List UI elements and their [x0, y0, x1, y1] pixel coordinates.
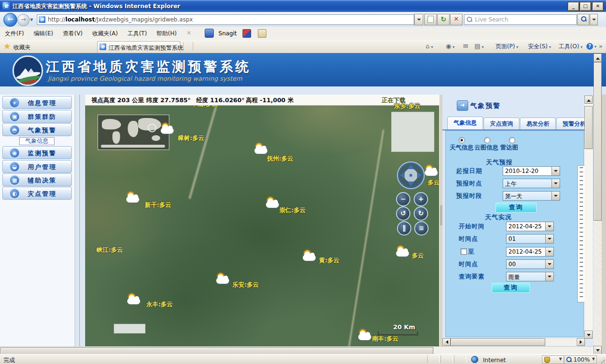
forecast-combo-2[interactable]: 第一天: [503, 191, 560, 201]
world-overview-inset[interactable]: [98, 115, 169, 150]
weather-marker-icon[interactable]: [127, 294, 142, 306]
sidebar-item-6[interactable]: ▦辅助决策: [2, 173, 72, 186]
search-go-button[interactable]: [577, 14, 589, 25]
forecast-query-button[interactable]: 查询: [496, 203, 537, 213]
dropdown-arrow-icon[interactable]: [545, 260, 553, 268]
actual-combo-2[interactable]: 2012-04-25: [506, 247, 554, 257]
actual-combo-4[interactable]: 雨量: [506, 272, 554, 281]
panel-vertical-scrollbar[interactable]: [584, 96, 593, 339]
rotate-left-button[interactable]: ↺: [396, 206, 410, 221]
scroll-right-button[interactable]: [577, 338, 585, 346]
home-button[interactable]: ⌂▾: [426, 43, 433, 50]
weather-marker-icon[interactable]: [266, 197, 280, 210]
sidebar-item-2[interactable]: ◓气象预警: [2, 123, 72, 136]
sidebar-item-5[interactable]: ◒用户管理: [2, 160, 72, 173]
scroll-thumb[interactable]: [0, 347, 433, 354]
refresh-button[interactable]: ↻: [437, 14, 450, 25]
weather-marker-icon[interactable]: [425, 165, 439, 178]
actual-combo-3[interactable]: 00: [506, 259, 554, 269]
pan-right-icon[interactable]: [417, 172, 422, 179]
dropdown-arrow-icon[interactable]: [545, 222, 553, 231]
zoom-control[interactable]: 100% ▼: [564, 355, 597, 364]
scroll-down-button[interactable]: [594, 346, 602, 354]
favorites-star-icon[interactable]: ★: [4, 42, 10, 51]
snagit-capture-icon[interactable]: [242, 29, 251, 38]
pan-down-icon[interactable]: [408, 182, 414, 186]
sidebar-item-4[interactable]: ◉监测预警: [2, 146, 72, 159]
sidebar-splitter[interactable]: [75, 95, 85, 346]
snagit-edit-icon[interactable]: [258, 29, 266, 38]
scroll-thumb[interactable]: [451, 338, 545, 346]
zoom-in-button[interactable]: +: [414, 192, 428, 206]
page-tab[interactable]: e 江西省地质灾害监测预警系统: [97, 41, 180, 53]
forecast-combo-1[interactable]: 上午: [503, 179, 560, 188]
menu-item-2[interactable]: 查看(V): [58, 27, 88, 38]
read-mail-button[interactable]: ✉: [463, 43, 468, 50]
protected-mode-button[interactable]: ▼: [542, 355, 564, 364]
feeds-button[interactable]: ◉▾: [446, 43, 454, 50]
page-horizontal-scrollbar[interactable]: [0, 346, 594, 354]
pan-left-icon[interactable]: [400, 172, 405, 179]
back-button[interactable]: ←: [3, 13, 17, 27]
rotate-right-button[interactable]: ↻: [414, 206, 428, 221]
address-dropdown-button[interactable]: [414, 14, 423, 25]
radio-1[interactable]: [484, 137, 490, 143]
title-bar[interactable]: e 江西省地质灾害监测预警系统 - Windows Internet Explo…: [0, 0, 606, 12]
dropdown-arrow-icon[interactable]: [551, 167, 560, 175]
page-menu-button[interactable]: 页面(P)▾: [496, 43, 518, 51]
print-button[interactable]: ▤▾: [474, 43, 484, 50]
pan-compass-control[interactable]: [397, 161, 425, 189]
snagit-label[interactable]: Snagit: [219, 30, 237, 37]
menu-item-0[interactable]: 文件(F): [0, 27, 29, 38]
tilt-up-button[interactable]: ∥: [397, 221, 411, 236]
menu-item-3[interactable]: 收藏夹(A): [88, 27, 123, 38]
to-date-checkbox[interactable]: [461, 248, 467, 255]
help-button[interactable]: ?▾: [586, 43, 596, 50]
scroll-left-button[interactable]: [442, 338, 451, 346]
weather-marker-icon[interactable]: [303, 250, 317, 263]
weather-marker-icon[interactable]: [126, 192, 141, 204]
weather-marker-icon[interactable]: [216, 273, 231, 286]
dropdown-arrow-icon[interactable]: [545, 247, 553, 256]
tools-menu-button[interactable]: 工具(O)▾: [559, 43, 583, 51]
radio-0[interactable]: [459, 137, 465, 143]
sidebar-item-1[interactable]: ▣群策群防: [2, 110, 72, 123]
tab-susceptibility-analysis[interactable]: 易发分析: [520, 118, 556, 130]
dropdown-arrow-icon[interactable]: [551, 192, 560, 200]
actual-combo-1[interactable]: 01: [506, 234, 554, 244]
dropdown-arrow-icon[interactable]: [551, 179, 560, 188]
safety-menu-button[interactable]: 安全(S)▾: [528, 43, 551, 51]
pan-up-icon[interactable]: [408, 164, 414, 169]
toolbar-close-icon[interactable]: ✕: [187, 30, 191, 36]
dropdown-arrow-icon[interactable]: [545, 235, 553, 243]
menu-item-5[interactable]: 帮助(H): [152, 27, 181, 38]
maximize-button[interactable]: □: [580, 2, 591, 11]
sidebar-item-0[interactable]: »信息管理: [2, 96, 72, 109]
weather-marker-icon[interactable]: [161, 123, 175, 136]
scroll-thumb[interactable]: [594, 62, 602, 221]
search-options-dropdown[interactable]: [590, 14, 598, 25]
recent-pages-dropdown-icon[interactable]: ▼: [30, 18, 33, 22]
actual-query-button[interactable]: 查询: [492, 283, 530, 293]
page-vertical-scrollbar[interactable]: [594, 54, 602, 354]
menu-item-4[interactable]: 工具(T): [122, 27, 152, 38]
map-viewport[interactable]: 正在下载 视点高度 203 公里纬度 27.7585°经度 116.0260°高…: [85, 95, 439, 346]
address-bar[interactable]: e http://localhost/Jxdzwebgis_mapgis/gri…: [37, 14, 414, 25]
weather-marker-icon[interactable]: [358, 330, 373, 342]
radio-2[interactable]: [509, 137, 515, 143]
menu-item-1[interactable]: 编辑(E): [29, 27, 58, 38]
forward-button[interactable]: →: [17, 14, 30, 26]
scroll-thumb[interactable]: [584, 106, 593, 149]
favorites-button[interactable]: 收藏夹: [13, 43, 31, 52]
scroll-up-button[interactable]: [594, 54, 602, 62]
actual-combo-0[interactable]: 2012-04-25: [506, 222, 554, 231]
scroll-down-button[interactable]: [584, 331, 593, 339]
forecast-combo-0[interactable]: 2010-12-20: [503, 166, 560, 176]
resize-grip[interactable]: [598, 357, 605, 364]
sidebar-item-7[interactable]: ◐灾点管理: [2, 187, 72, 200]
dropdown-arrow-icon[interactable]: [545, 272, 553, 281]
toolbar-overflow-chevron[interactable]: »: [599, 43, 603, 50]
compatibility-view-button[interactable]: [424, 14, 437, 25]
panel-horizontal-scrollbar[interactable]: [442, 338, 585, 346]
search-input[interactable]: Live Search: [464, 14, 577, 25]
